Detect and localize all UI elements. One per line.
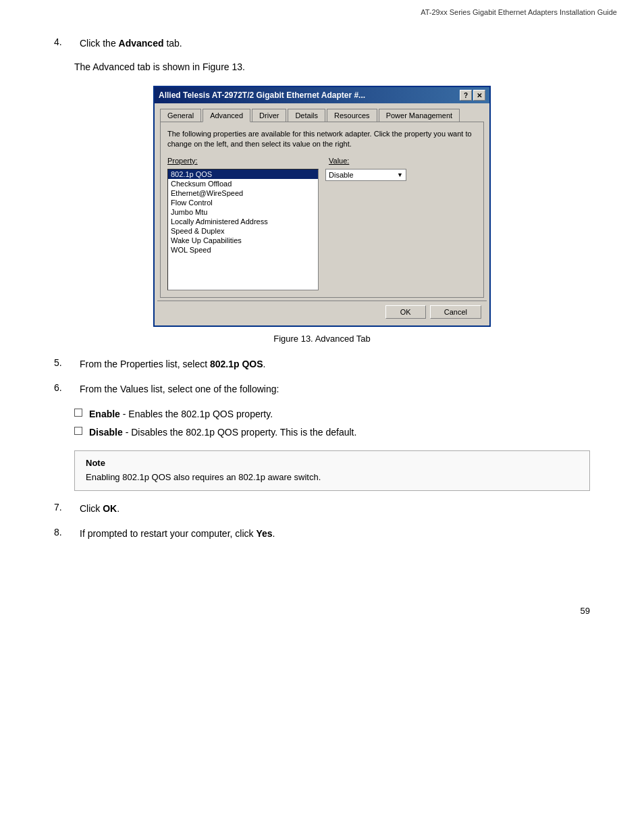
step-8-text: If prompted to restart your computer, cl…	[80, 527, 275, 541]
property-item-speedduplex[interactable]: Speed & Duplex	[168, 226, 318, 236]
step-6: 6. From the Values list, select one of t…	[54, 382, 590, 396]
property-item-checksum[interactable]: Checksum Offload	[168, 179, 318, 188]
step-6-number: 6.	[54, 382, 74, 396]
sub-item-disable: Disable - Disables the 802.1p QOS proper…	[74, 425, 590, 440]
dialog-body: General Advanced Driver Details Resource…	[155, 103, 489, 325]
sub-item-disable-text: Disable - Disables the 802.1p QOS proper…	[89, 425, 356, 440]
cancel-button[interactable]: Cancel	[430, 305, 481, 319]
page-number: 59	[0, 606, 644, 616]
property-item-jumbo[interactable]: Jumbo Mtu	[168, 207, 318, 217]
step-7-bold: OK	[103, 503, 117, 514]
dialog: Allied Telesis AT-2972T/2 Gigabit Ethern…	[153, 86, 491, 327]
property-value-headers: Property: Value:	[167, 157, 477, 165]
tab-description: The following properties are available f…	[167, 129, 477, 150]
value-dropdown[interactable]: Disable ▼	[325, 169, 406, 181]
value-selected: Disable	[329, 171, 354, 179]
titlebar-left: Allied Telesis AT-2972T/2 Gigabit Ethern…	[159, 90, 365, 100]
property-item-localadmin[interactable]: Locally Administered Address	[168, 217, 318, 226]
tab-details[interactable]: Details	[288, 109, 325, 122]
step-6-text: From the Values list, select one of the …	[80, 382, 279, 396]
note-text: Enabling 802.1p QOS also requires an 802…	[86, 471, 579, 484]
property-value-section: 802.1p QOS Checksum Offload Ethernet@Wir…	[167, 169, 477, 290]
tab-resources[interactable]: Resources	[327, 109, 377, 122]
header-text: AT-29xx Series Gigabit Ethernet Adapters…	[421, 8, 617, 16]
tab-power[interactable]: Power Management	[379, 109, 460, 122]
property-item-flowcontrol[interactable]: Flow Control	[168, 198, 318, 207]
property-item-qos[interactable]: 802.1p QOS	[168, 170, 318, 179]
titlebar-buttons: ? ✕	[460, 90, 485, 101]
help-button[interactable]: ?	[460, 90, 472, 101]
dialog-titlebar: Allied Telesis AT-2972T/2 Gigabit Ethern…	[155, 87, 489, 103]
note-box: Note Enabling 802.1p QOS also requires a…	[74, 450, 590, 492]
property-item-wolspeed[interactable]: WOL Speed	[168, 245, 318, 255]
tab-general[interactable]: General	[160, 109, 201, 122]
step-4: 4. Click the Advanced tab.	[54, 36, 590, 51]
checkbox-enable-icon	[74, 409, 82, 417]
para1: The Advanced tab is shown in Figure 13.	[74, 61, 590, 72]
dialog-title: Allied Telesis AT-2972T/2 Gigabit Ethern…	[159, 90, 365, 100]
step-4-text: Click the Advanced tab.	[80, 36, 182, 51]
tab-driver[interactable]: Driver	[252, 109, 286, 122]
enable-bold: Enable	[89, 409, 120, 419]
value-column: Disable ▼	[325, 169, 477, 290]
property-label: Property:	[167, 157, 315, 165]
step-5-number: 5.	[54, 357, 74, 371]
main-content: 4. Click the Advanced tab. The Advanced …	[0, 16, 644, 579]
step-8-bold: Yes	[256, 528, 272, 539]
tabs-bar: General Advanced Driver Details Resource…	[157, 106, 487, 122]
step-8-number: 8.	[54, 527, 74, 541]
step-7-number: 7.	[54, 502, 74, 516]
property-column: 802.1p QOS Checksum Offload Ethernet@Wir…	[167, 169, 319, 290]
step-4-bold: Advanced	[119, 38, 164, 49]
step-4-number: 4.	[54, 36, 74, 51]
value-label: Value:	[329, 157, 477, 165]
step-7: 7. Click OK.	[54, 502, 590, 516]
tab-content: The following properties are available f…	[160, 122, 484, 298]
note-title: Note	[86, 458, 579, 468]
dialog-figure: Allied Telesis AT-2972T/2 Gigabit Ethern…	[54, 86, 590, 327]
page-header: AT-29xx Series Gigabit Ethernet Adapters…	[0, 0, 644, 16]
ok-button[interactable]: OK	[385, 305, 426, 319]
dialog-footer: OK Cancel	[157, 301, 487, 323]
disable-bold: Disable	[89, 427, 123, 438]
step-5-text: From the Properties list, select 802.1p …	[80, 357, 265, 371]
sub-item-enable: Enable - Enables the 802.1p QOS property…	[74, 407, 590, 421]
step-5: 5. From the Properties list, select 802.…	[54, 357, 590, 371]
step-7-text: Click OK.	[80, 502, 119, 516]
dropdown-arrow-icon: ▼	[397, 172, 403, 178]
property-item-wirespeed[interactable]: Ethernet@WireSpeed	[168, 188, 318, 198]
sub-list: Enable - Enables the 802.1p QOS property…	[74, 407, 590, 440]
sub-item-enable-text: Enable - Enables the 802.1p QOS property…	[89, 407, 273, 421]
property-item-wakeup[interactable]: Wake Up Capabilities	[168, 236, 318, 245]
step-8: 8. If prompted to restart your computer,…	[54, 527, 590, 541]
figure-caption: Figure 13. Advanced Tab	[54, 334, 590, 344]
checkbox-disable-icon	[74, 427, 82, 435]
close-button[interactable]: ✕	[473, 90, 485, 101]
step-5-bold: 802.1p QOS	[210, 359, 263, 369]
tab-advanced[interactable]: Advanced	[203, 109, 250, 122]
property-list[interactable]: 802.1p QOS Checksum Offload Ethernet@Wir…	[167, 169, 319, 290]
